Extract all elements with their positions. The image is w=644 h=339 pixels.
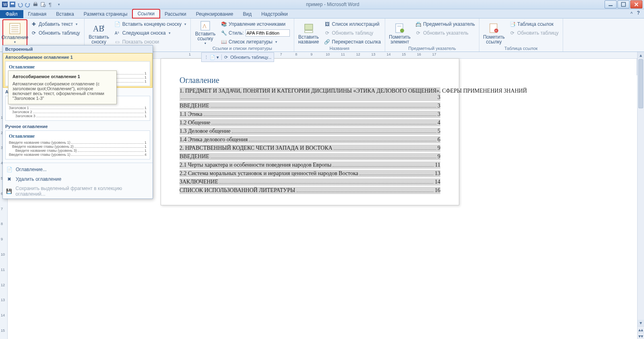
qat-customize-icon[interactable]: [55, 1, 62, 8]
gallery-item-manual[interactable]: Ручное оглавление Оглавление Введите наз…: [3, 122, 153, 161]
tab-insert[interactable]: Вставка: [51, 10, 79, 18]
paragraph-icon[interactable]: ¶: [47, 1, 54, 8]
show-footnotes-button: ▭Показать сноски: [113, 38, 188, 46]
svg-text:¶: ¶: [49, 2, 52, 8]
insert-citation-button[interactable]: Вставить ссылку▾: [193, 19, 217, 46]
gallery-item-title: Автособираемое оглавление 1: [5, 55, 150, 60]
word-icon: W: [2, 1, 8, 8]
scroll-up-button[interactable]: ▴: [638, 52, 644, 58]
save-selection-icon: 💾: [6, 188, 12, 194]
toc-entry[interactable]: 1.2 Общение4: [180, 119, 440, 126]
svg-text:1: 1: [103, 24, 105, 28]
table-of-figures-button[interactable]: 🖼Список иллюстраций: [322, 20, 383, 28]
svg-rect-5: [34, 2, 37, 4]
update-toc-button[interactable]: ⟳Обновить таблицу: [29, 29, 82, 37]
toc-update-icon[interactable]: ⟳: [224, 55, 228, 60]
undo-icon[interactable]: [17, 1, 23, 8]
toc-entry[interactable]: 2.2 Система моральных установок и иерарх…: [180, 170, 440, 177]
toc-update-label[interactable]: Обновить таблицу...: [230, 55, 271, 60]
insert-caption-button[interactable]: Вставить название: [297, 19, 321, 46]
gallery-preview: Оглавление Введите название главы (урове…: [5, 130, 150, 159]
toc-entry[interactable]: ВВЕДЕНИЕ9: [180, 153, 440, 160]
svg-rect-11: [10, 23, 20, 34]
tab-review[interactable]: Рецензирование: [191, 10, 238, 18]
document-page[interactable]: ⋮ 📄 ▾ ⟳ Обновить таблицу... Оглавление 1…: [161, 58, 459, 205]
tab-references[interactable]: Ссылки: [132, 9, 160, 18]
index-icon: 📇: [415, 21, 421, 27]
maximize-button[interactable]: [617, 0, 630, 8]
authorities-icon: 📑: [509, 21, 516, 27]
gallery-cmd-remove-toc[interactable]: ✖Удалить оглавление: [3, 174, 153, 184]
tooltip-body: Автоматически собираемое оглавление (с з…: [12, 81, 112, 101]
preview-icon[interactable]: [40, 1, 46, 8]
add-text-icon: ✚: [31, 21, 37, 27]
bibliography-button[interactable]: 📖Список литературы: [219, 38, 291, 46]
next-footnote-button[interactable]: A⁵Следующая сноска: [113, 29, 188, 37]
insert-index-button[interactable]: 📇Предметный указатель: [413, 20, 477, 28]
add-text-button[interactable]: ✚Добавить текст: [29, 20, 82, 28]
gallery-category-label: Встроенный: [3, 45, 153, 53]
save-icon[interactable]: [9, 1, 16, 8]
toc-entry[interactable]: ЗАКЛЮЧЕНИЕ14: [180, 178, 440, 186]
mark-entry-button[interactable]: Пометить элемент: [388, 19, 412, 46]
svg-rect-4: [33, 4, 37, 6]
svg-text:+: +: [495, 29, 497, 33]
toc-field-menu-icon[interactable]: ⋮ 📄 ▾: [204, 55, 219, 60]
remove-icon: ✖: [6, 176, 12, 182]
cross-reference-button[interactable]: 🔗Перекрестная ссылка: [322, 38, 383, 46]
tab-home[interactable]: Главная: [23, 10, 52, 18]
tab-addins[interactable]: Надстройки: [256, 10, 293, 18]
vertical-scrollbar[interactable]: ▴ ▾ ▴▴ ▾▾: [637, 52, 644, 339]
group-captions: Вставить название 🖼Список иллюстраций ⟳О…: [294, 19, 386, 52]
group-authorities-label: Таблица ссылок: [482, 46, 560, 52]
mark-citation-button[interactable]: + Пометить ссылку: [482, 19, 506, 46]
toc-entries: 1. ПРЕДМЕТ И ЗАДАЧИ, ПОНЯТИЯ И КАТЕГОРИИ…: [180, 87, 440, 194]
toc-entry[interactable]: СПИСОК ИСПОЛЬЗОВАННОЙ ЛИТЕРАТУРЫ16: [180, 187, 440, 194]
group-citations-label: Ссылки и списки литературы: [193, 46, 291, 52]
citation-style-select[interactable]: 🔧Стиль:: [219, 29, 291, 37]
insert-footnote-button[interactable]: AB1 Вставить сноску: [87, 19, 111, 46]
window-title: пример - Microsoft Word: [62, 2, 604, 7]
scroll-down-button[interactable]: ▾: [638, 320, 644, 326]
svg-point-24: [400, 29, 404, 33]
update-icon: ⟳: [31, 30, 37, 36]
close-button[interactable]: [630, 0, 642, 8]
toc-button[interactable]: Оглавление ▾: [2, 19, 27, 47]
update-figures-button: ⟳Обновить таблицу: [322, 29, 383, 37]
manage-sources-button[interactable]: 📚Управление источниками: [219, 20, 291, 28]
group-index: Пометить элемент 📇Предметный указатель ⟳…: [385, 19, 479, 52]
quick-access-toolbar: W ¶: [2, 1, 62, 8]
toc-entry[interactable]: 2.1 Черты характера и особенности поведе…: [180, 161, 440, 169]
redo-icon[interactable]: [25, 1, 31, 8]
toc-entry[interactable]: 1.3 Деловое общение5: [180, 128, 440, 135]
citation-style-input[interactable]: [246, 29, 290, 37]
table-of-authorities-button[interactable]: 📑Таблица ссылок: [508, 20, 560, 28]
toc-entry[interactable]: 1.4 Этика делового общения6: [180, 136, 440, 143]
toc-icon: [8, 22, 21, 35]
tab-view[interactable]: Вид: [238, 10, 256, 18]
insert-endnote-button[interactable]: 📄Вставить концевую сноску: [113, 20, 188, 28]
tab-file[interactable]: Файл: [0, 10, 23, 18]
print-icon[interactable]: [32, 1, 39, 8]
endnote-icon: 📄: [114, 21, 121, 27]
tooltip-title: Автособираемое оглавление 1: [12, 74, 112, 79]
minimize-button[interactable]: [605, 0, 617, 8]
toc-entry[interactable]: 1.1 Этика3: [180, 111, 440, 118]
tab-mailings[interactable]: Рассылки: [160, 10, 191, 18]
ribbon-collapse-icon[interactable]: ^: [630, 11, 633, 17]
mark-citation-icon: +: [487, 22, 500, 35]
help-icon[interactable]: ?: [635, 10, 642, 17]
tab-layout[interactable]: Разметка страницы: [79, 10, 132, 18]
next-page-button[interactable]: ▾▾: [638, 333, 644, 339]
prev-page-button[interactable]: ▴▴: [638, 326, 644, 333]
toc-entry[interactable]: 2. НРАВСТВЕННЫЙ КОДЕКС ЧЕСТИ ЗАПАДА И ВО…: [180, 145, 440, 152]
mark-entry-icon: [393, 22, 406, 35]
toc-entry[interactable]: 1. ПРЕДМЕТ И ЗАДАЧИ, ПОНЯТИЯ И КАТЕГОРИИ…: [180, 87, 440, 101]
toc-entry[interactable]: ВВЕДЕНИЕ3: [180, 102, 440, 110]
gallery-cmd-custom-toc[interactable]: 📄Оглавление...: [3, 165, 153, 174]
group-captions-label: Названия: [297, 46, 383, 52]
svg-rect-20: [305, 24, 313, 30]
group-citations: Вставить ссылку▾ 📚Управление источниками…: [191, 19, 294, 52]
gallery-cmd-save-selection: 💾Сохранить выделенный фрагмент в коллекц…: [3, 184, 153, 198]
scroll-thumb[interactable]: [638, 59, 643, 108]
